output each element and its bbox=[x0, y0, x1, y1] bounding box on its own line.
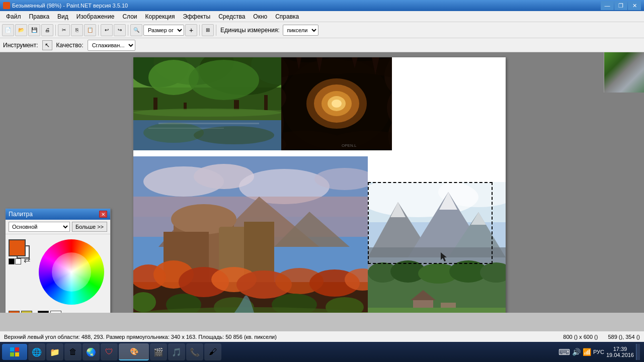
palette-title-bar[interactable]: Палитра ✕ bbox=[6, 209, 110, 220]
autumn-landscape-image bbox=[133, 156, 368, 313]
statusbar: Верхний левый угол области: 488, 293. Ра… bbox=[0, 331, 644, 342]
taskbar-explorer-icon[interactable]: 📁 bbox=[46, 343, 63, 360]
quality-dropdown[interactable]: Сглаживан... bbox=[88, 40, 135, 51]
menu-layers[interactable]: Слои bbox=[118, 12, 141, 21]
statusbar-dimensions: 800 () x 600 () bbox=[563, 334, 598, 340]
svg-rect-17 bbox=[148, 128, 224, 129]
menu-tools[interactable]: Средства bbox=[214, 12, 249, 21]
taskbar-recycle-icon[interactable]: 🗑 bbox=[64, 343, 82, 360]
taskbar-antivirus-icon[interactable]: 🛡 bbox=[101, 343, 118, 360]
undo-button[interactable]: ↩ bbox=[101, 24, 113, 36]
primary-color-swatch[interactable] bbox=[9, 239, 26, 256]
palette-close-button[interactable]: ✕ bbox=[99, 211, 107, 218]
accent-swatch-1[interactable] bbox=[9, 311, 20, 313]
menu-effects[interactable]: Эффекты bbox=[179, 12, 215, 21]
size-dropdown[interactable]: Размер ог bbox=[143, 25, 184, 36]
zoom-in-button[interactable]: + bbox=[185, 24, 197, 36]
cut-button[interactable]: ✂ bbox=[58, 24, 70, 36]
windows-logo-icon bbox=[10, 347, 20, 357]
clock: 17:39 19.04.2016 bbox=[606, 346, 634, 358]
black-swatch-large[interactable] bbox=[38, 311, 49, 313]
copy-button[interactable]: ⎘ bbox=[71, 24, 83, 36]
white-swatch[interactable] bbox=[15, 258, 21, 264]
color-wheel-container bbox=[36, 237, 107, 307]
black-white-swatches bbox=[9, 258, 21, 264]
menu-view[interactable]: Вид bbox=[53, 12, 72, 21]
palette-panel: Палитра ✕ Основной Больше >> ⇄ bbox=[5, 208, 111, 313]
color-wheel[interactable] bbox=[39, 239, 104, 305]
redo-button[interactable]: ↪ bbox=[114, 24, 126, 36]
empty-area-top-right bbox=[392, 57, 506, 150]
palette-title-label: Палитра bbox=[9, 211, 33, 218]
system-tray: ⌨ 🔊 📶 РУС 17:39 19.04.2016 bbox=[558, 344, 642, 360]
open-button[interactable]: 📂 bbox=[15, 24, 27, 36]
statusbar-right-group: 800 () x 600 () 589 (), 354 () bbox=[563, 334, 640, 340]
palette-dropdown[interactable]: Основной bbox=[9, 222, 70, 232]
taskbar-video-icon[interactable]: 🎬 bbox=[150, 343, 167, 360]
menu-help[interactable]: Справка bbox=[271, 12, 303, 21]
svg-rect-87 bbox=[15, 352, 19, 356]
units-label: Единицы измерения: bbox=[218, 27, 282, 34]
svg-rect-83 bbox=[368, 308, 506, 313]
tool-label: Инструмент: bbox=[3, 42, 38, 49]
window-title: Безымянный (98%) - Paint.NET версия 3.5.… bbox=[12, 3, 128, 9]
thumbnail-image bbox=[604, 52, 644, 93]
print-button[interactable]: 🖨 bbox=[41, 24, 53, 36]
svg-rect-86 bbox=[10, 352, 14, 356]
titlebar-left: Безымянный (98%) - Paint.NET версия 3.5.… bbox=[3, 2, 128, 9]
forest-image bbox=[133, 57, 281, 150]
statusbar-info: Верхний левый угол области: 488, 293. Ра… bbox=[4, 334, 553, 340]
menubar: Файл Правка Вид Изображение Слои Коррекц… bbox=[0, 11, 644, 22]
cave-image: OPEN.L bbox=[281, 57, 392, 150]
close-button[interactable]: ✕ bbox=[628, 1, 641, 10]
language-indicator: РУС bbox=[593, 349, 604, 355]
menu-window[interactable]: Окно bbox=[249, 12, 271, 21]
svg-point-26 bbox=[332, 100, 342, 108]
white-swatch-large[interactable] bbox=[50, 311, 61, 313]
show-desktop-button[interactable] bbox=[636, 344, 640, 360]
paste-button[interactable]: 📋 bbox=[84, 24, 96, 36]
menu-correction[interactable]: Коррекция bbox=[141, 12, 179, 21]
color-area: ⇄ bbox=[6, 234, 110, 310]
volume-icon[interactable]: 🔊 bbox=[572, 348, 581, 356]
canvas[interactable]: OPEN.L bbox=[133, 57, 506, 313]
palette-more-button[interactable]: Больше >> bbox=[72, 222, 107, 232]
minimize-button[interactable]: — bbox=[601, 1, 614, 10]
menu-image[interactable]: Изображение bbox=[72, 12, 119, 21]
window-controls[interactable]: — ❐ ✕ bbox=[601, 1, 641, 10]
new-button[interactable]: 📄 bbox=[2, 24, 14, 36]
clock-time: 17:39 bbox=[613, 346, 627, 352]
network-icon[interactable]: 📶 bbox=[583, 348, 591, 356]
taskbar-paint-icon[interactable]: 🎨 bbox=[119, 343, 149, 360]
palette-controls: Основной Больше >> bbox=[6, 220, 110, 234]
units-dropdown[interactable]: пиксели bbox=[283, 25, 318, 36]
separator bbox=[55, 25, 56, 36]
save-button[interactable]: 💾 bbox=[28, 24, 40, 36]
zoom-out-button[interactable]: 🔍 bbox=[130, 24, 142, 36]
taskbar-ie-icon[interactable]: 🌐 bbox=[28, 343, 45, 360]
clock-date: 19.04.2016 bbox=[606, 352, 634, 358]
statusbar-cursor: 589 (), 354 () bbox=[608, 334, 640, 340]
empty-area-mid-right bbox=[392, 150, 506, 182]
accent-swatch-2[interactable] bbox=[21, 311, 32, 313]
menu-edit[interactable]: Правка bbox=[25, 12, 54, 21]
thumbnail-panel bbox=[604, 52, 644, 93]
titlebar: Безымянный (98%) - Paint.NET версия 3.5.… bbox=[0, 0, 644, 11]
black-swatch[interactable] bbox=[9, 258, 15, 264]
tool-selector[interactable]: ↖ bbox=[42, 40, 52, 50]
grid-button[interactable]: ⊞ bbox=[202, 24, 214, 36]
menu-file[interactable]: Файл bbox=[2, 12, 25, 21]
tooloptions: Инструмент: ↖ Качество: Сглаживан... bbox=[0, 38, 644, 52]
svg-rect-16 bbox=[158, 123, 259, 124]
swatch-accent-row: ▾ bbox=[6, 310, 110, 313]
svg-text:OPEN.L: OPEN.L bbox=[342, 143, 357, 148]
taskbar-chrome-icon[interactable]: 🌏 bbox=[83, 343, 100, 360]
start-button[interactable] bbox=[2, 344, 27, 360]
taskbar-gimp-icon[interactable]: 🖌 bbox=[204, 343, 221, 360]
taskbar-media-icon[interactable]: 🎵 bbox=[168, 343, 185, 360]
taskbar-skype-icon[interactable]: 📞 bbox=[186, 343, 203, 360]
mountain-image bbox=[368, 182, 506, 313]
svg-point-14 bbox=[143, 123, 204, 143]
separator bbox=[199, 25, 200, 36]
restore-button[interactable]: ❐ bbox=[614, 1, 627, 10]
